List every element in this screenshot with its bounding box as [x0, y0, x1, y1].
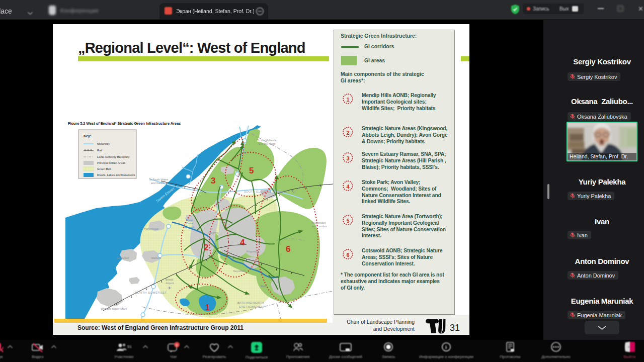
svg-text:Kingswood: Kingswood — [247, 250, 259, 253]
svg-text:Rail: Rail — [97, 149, 102, 152]
svg-text:1: 1 — [205, 303, 210, 312]
svg-text:2: 2 — [204, 243, 208, 252]
svg-text:4: 4 — [240, 238, 245, 247]
svg-text:Rivers, Lakes and Reservoirs: Rivers, Lakes and Reservoirs — [97, 173, 135, 176]
svg-text:Bristol: Bristol — [186, 219, 193, 222]
svg-text:EAST SOMERSET: EAST SOMERSET — [239, 305, 265, 308]
svg-text:SOUTH GLOUCESTERSHIRE: SOUTH GLOUCESTERSHIRE — [244, 190, 287, 193]
svg-text:and the North: and the North — [259, 142, 275, 145]
svg-text:Portishead: Portishead — [144, 227, 158, 230]
svg-text:Principal Urban Areas: Principal Urban Areas — [97, 161, 125, 164]
svg-text:✈: ✈ — [168, 286, 172, 291]
svg-text:NORTH SOMERSET: NORTH SOMERSET — [135, 291, 167, 294]
svg-text:To Swindon: To Swindon — [311, 221, 326, 224]
svg-text:6: 6 — [286, 244, 290, 254]
svg-text:Heiland, Stefan, Prof. Dr.: Heiland, Stefan, Prof. Dr. — [570, 153, 628, 159]
svg-text:and London: and London — [312, 225, 327, 228]
svg-text:To South Wales: To South Wales — [149, 178, 169, 181]
svg-text:Nailsea: Nailsea — [151, 256, 162, 259]
svg-text:51: 51 — [127, 344, 132, 349]
svg-text:Bristol: Bristol — [166, 278, 173, 281]
svg-text:Keynsham: Keynsham — [233, 269, 246, 273]
svg-text:Docks: Docks — [186, 222, 193, 225]
svg-text:and Cardiff: and Cardiff — [151, 182, 165, 185]
svg-text:Local Authority Boundary: Local Authority Boundary — [97, 155, 130, 158]
svg-text:Motorway: Motorway — [97, 142, 110, 145]
svg-text:Key:: Key: — [84, 134, 91, 138]
svg-text:Clevedon: Clevedon — [116, 256, 129, 259]
svg-text:To the Midlands: To the Midlands — [257, 139, 277, 142]
svg-text:Green Belt: Green Belt — [97, 167, 111, 170]
svg-text:i: i — [445, 344, 447, 350]
svg-text:5: 5 — [249, 166, 254, 175]
svg-text:Avonmouth: Avonmouth — [184, 226, 194, 228]
svg-text:BRISTOL: BRISTOL — [208, 232, 219, 235]
svg-text:Bath: Bath — [261, 285, 267, 288]
svg-text:9: 9 — [176, 343, 178, 347]
svg-text:Weston-super-Mare: Weston-super-Mare — [101, 307, 128, 310]
svg-text:BATH AND NORTH: BATH AND NORTH — [237, 301, 264, 304]
svg-text:Airport: Airport — [166, 282, 174, 285]
svg-text:3: 3 — [211, 176, 215, 186]
